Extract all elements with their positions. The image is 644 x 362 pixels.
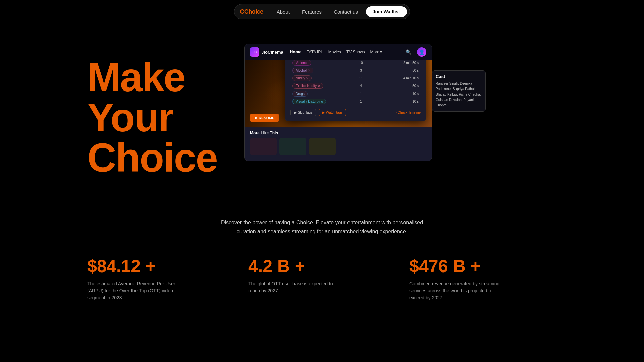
jio-nav: JC JioCinema Home TATA IPL Movies TV Sho… xyxy=(245,44,432,60)
rec-thumb-3[interactable] xyxy=(309,138,336,155)
jio-nav-home[interactable]: Home xyxy=(290,50,301,54)
hero-section: Make Your Choice JC JioCinema Home TATA … xyxy=(0,23,644,198)
tag-alcohol[interactable]: Alcohol ✕ xyxy=(292,68,313,73)
scene-count: 4 xyxy=(342,82,380,90)
table-row: Alcohol ✕350 s xyxy=(290,67,421,74)
scene-count: 1 xyxy=(342,90,380,98)
tag-nudity[interactable]: Nudity ✕ xyxy=(292,75,312,81)
jio-nav-right: 🔍 👤 xyxy=(404,47,426,57)
duration: 50 s xyxy=(380,82,421,90)
duration: 4 min 10 s xyxy=(380,74,421,82)
nav-links: About Features Contact us xyxy=(271,7,363,17)
scene-count: 11 xyxy=(342,74,380,82)
cast-panel: Cast Ranveer Singh, Deepika Padukone, Su… xyxy=(432,70,486,112)
jio-logo: JC JioCinema xyxy=(250,47,283,57)
watch-tags-button[interactable]: ▶ Watch tags xyxy=(319,109,346,116)
jio-nav-links: Home TATA IPL Movies TV Shows More ▾ xyxy=(290,50,397,54)
tag-disturbing[interactable]: Visually Disturbing xyxy=(292,99,326,104)
banner-play-area: ▶ RESUME xyxy=(250,114,279,122)
play-icon: ▶ xyxy=(255,116,257,120)
table-row: Drugs110 s xyxy=(290,90,421,98)
check-timeline-link[interactable]: > Check Timeline xyxy=(395,111,421,114)
join-waitlist-button[interactable]: Join Waitlist xyxy=(366,6,407,17)
cast-title: Cast xyxy=(436,74,482,79)
cast-names: Ranveer Singh, Deepika Padukone, Supriya… xyxy=(436,81,482,108)
stat-users-desc: The global OTT user base is expected to … xyxy=(248,280,342,294)
table-row: Explicit Nudity ✕450 s xyxy=(290,82,421,90)
hero-line1: Make xyxy=(87,57,217,97)
stat-revenue-desc: Combined revenue generated by streaming … xyxy=(409,280,503,301)
stat-arpu: $84.12 + The estimated Average Revenue P… xyxy=(87,256,235,301)
search-icon[interactable]: 🔍 xyxy=(404,47,413,57)
duration: 10 s xyxy=(380,90,421,98)
jio-nav-ipl[interactable]: TATA IPL xyxy=(307,50,323,54)
brand-logo: CChoice xyxy=(240,8,263,15)
more-like-this-heading: More Like This xyxy=(250,131,426,135)
jio-nav-tvshows[interactable]: TV Shows xyxy=(346,50,365,54)
table-row: Visually Disturbing110 s xyxy=(290,98,421,105)
scene-count: 3 xyxy=(342,67,380,74)
logo-rest: Choice xyxy=(244,8,263,15)
recommendation-row xyxy=(250,138,426,155)
stat-arpu-value: $84.12 + xyxy=(87,256,235,276)
jio-nav-more[interactable]: More ▾ xyxy=(370,50,382,54)
rec-thumb-1[interactable] xyxy=(250,138,277,155)
jio-logo-icon: JC xyxy=(250,47,259,57)
stat-users: 4.2 B + The global OTT user base is expe… xyxy=(248,256,396,301)
tag-explicit[interactable]: Explicit Nudity ✕ xyxy=(292,83,323,89)
scene-count: 1 xyxy=(342,98,380,105)
stats-section: Discover the power of having a Choice. E… xyxy=(0,198,644,315)
stat-arpu-desc: The estimated Average Revenue Per User (… xyxy=(87,280,181,301)
stats-grid: $84.12 + The estimated Average Revenue P… xyxy=(87,256,557,301)
jio-nav-movies[interactable]: Movies xyxy=(328,50,341,54)
jio-logo-text: JioCinema xyxy=(261,50,283,55)
stat-revenue: $476 B + Combined revenue generated by s… xyxy=(409,256,557,301)
stat-users-value: 4.2 B + xyxy=(248,256,396,276)
nav-about[interactable]: About xyxy=(271,7,295,17)
nav-features[interactable]: Features xyxy=(297,7,327,17)
tag-violence[interactable]: Violence xyxy=(292,60,311,66)
jio-nav-more-label: More xyxy=(370,50,379,54)
hero-line3: Choice xyxy=(87,137,217,178)
content-table: Category No. of scenes Total Duration To… xyxy=(290,60,421,105)
content-modal: Choose Content to Skip or Watch × Catego… xyxy=(285,60,426,121)
duration: 50 s xyxy=(380,67,421,74)
chevron-down-icon: ▾ xyxy=(380,50,382,54)
tag-drugs[interactable]: Drugs xyxy=(292,91,308,97)
hero-line2: Your xyxy=(87,97,217,137)
navbar: CChoice About Features Contact us Join W… xyxy=(0,0,644,23)
resume-button[interactable]: ▶ RESUME xyxy=(250,114,279,122)
rec-thumb-2[interactable] xyxy=(279,138,306,155)
user-avatar[interactable]: 👤 xyxy=(417,47,426,57)
jio-below-banner: More Like This xyxy=(245,127,432,161)
nav-contact[interactable]: Contact us xyxy=(328,7,363,17)
logo-c: C xyxy=(240,8,244,15)
resume-label: RESUME xyxy=(259,116,274,120)
jio-cinema-window: JC JioCinema Home TATA IPL Movies TV Sho… xyxy=(244,44,432,161)
duration: 10 s xyxy=(380,98,421,105)
table-row: Violence102 min 50 s xyxy=(290,60,421,67)
modal-actions: ▶ Skip Tags ▶ Watch tags > Check Timelin… xyxy=(290,109,421,116)
stat-revenue-value: $476 B + xyxy=(409,256,557,276)
hero-text: Make Your Choice xyxy=(87,44,217,178)
discover-text: Discover the power of having a Choice. E… xyxy=(215,218,429,236)
nav-inner: CChoice About Features Contact us Join W… xyxy=(234,4,410,19)
jio-banner: Ki Raasleela leela ▶ RESUME Choose Conte… xyxy=(245,60,432,127)
table-row: Nudity ✕114 min 10 s xyxy=(290,74,421,82)
duration: 2 min 50 s xyxy=(380,60,421,67)
scene-count: 10 xyxy=(342,60,380,67)
browser-mockup: JC JioCinema Home TATA IPL Movies TV Sho… xyxy=(244,44,432,161)
skip-tags-button[interactable]: ▶ Skip Tags xyxy=(290,109,316,116)
